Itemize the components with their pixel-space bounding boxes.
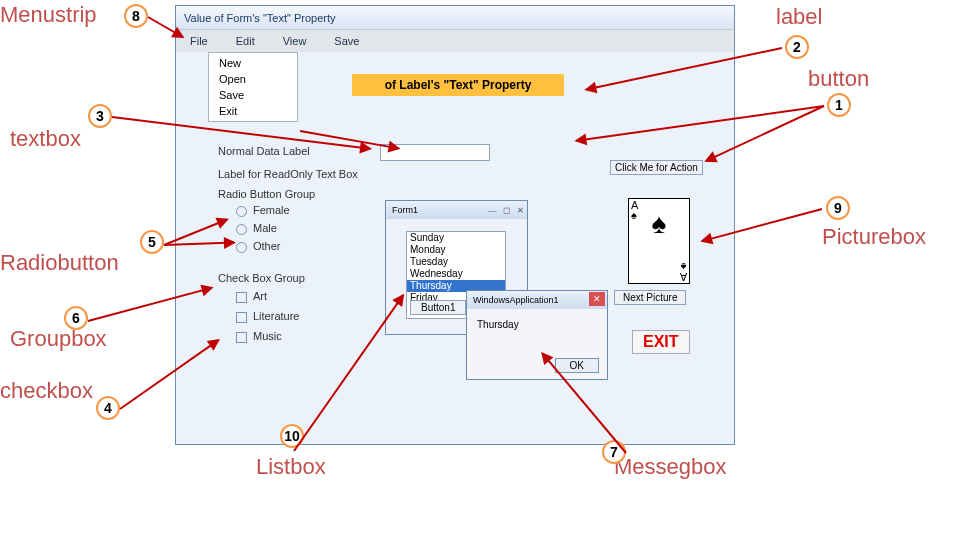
check-lit[interactable]: Literature	[236, 310, 299, 323]
messagebox-title: WindowsApplication1✕	[467, 291, 607, 309]
list-item[interactable]: Sunday	[407, 232, 505, 244]
callout-5: 5	[140, 230, 164, 254]
callout-7: 7	[602, 440, 626, 464]
ann-groupbox: Groupbox	[10, 326, 107, 352]
callout-10: 10	[280, 424, 304, 448]
ann-listbox: Listbox	[256, 454, 326, 480]
messagebox-body: Thursday	[467, 309, 607, 340]
window-title: Value of Form's "Text" Property	[176, 6, 734, 30]
check-music[interactable]: Music	[236, 330, 282, 343]
check-art[interactable]: Art	[236, 290, 267, 303]
ok-button[interactable]: OK	[555, 358, 599, 373]
next-picture-button[interactable]: Next Picture	[614, 290, 686, 305]
window-controls-icon[interactable]: — ▢ ✕	[489, 202, 526, 220]
file-dropdown[interactable]: New Open Save Exit	[208, 52, 298, 122]
callout-1: 1	[827, 93, 851, 117]
ann-radiobutton: Radiobutton	[0, 250, 119, 276]
data-label: Normal Data Label	[218, 145, 310, 157]
check-group-title: Check Box Group	[218, 272, 305, 284]
menu-item-open[interactable]: Open	[209, 71, 297, 87]
radio-male[interactable]: Male	[236, 222, 277, 235]
ann-checkbox: checkbox	[0, 378, 93, 404]
callout-9: 9	[826, 196, 850, 220]
menu-edit[interactable]: Edit	[222, 35, 269, 47]
menustrip[interactable]: File Edit View Save	[176, 30, 734, 52]
ann-menustrip: Menustrip	[0, 2, 97, 28]
exit-button[interactable]: EXIT	[632, 330, 690, 354]
menu-item-save[interactable]: Save	[209, 87, 297, 103]
ann-label: label	[776, 4, 822, 30]
menu-view[interactable]: View	[269, 35, 321, 47]
list-item[interactable]: Tuesday	[407, 256, 505, 268]
readonly-label: Label for ReadOnly Text Box	[218, 168, 358, 180]
callout-2: 2	[785, 35, 809, 59]
callout-3: 3	[88, 104, 112, 128]
listbox-window-title: Form1— ▢ ✕	[386, 201, 527, 219]
radio-other[interactable]: Other	[236, 240, 281, 253]
menu-item-exit[interactable]: Exit	[209, 103, 297, 119]
callout-4: 4	[96, 396, 120, 420]
callout-8: 8	[124, 4, 148, 28]
highlight-label: of Label's "Text" Property	[352, 74, 564, 96]
ann-button: button	[808, 66, 869, 92]
button1[interactable]: Button1	[410, 300, 466, 315]
menu-save[interactable]: Save	[320, 35, 373, 47]
close-icon[interactable]: ✕	[589, 292, 605, 306]
ann-messagebox: Messegbox	[614, 454, 727, 480]
callout-6: 6	[64, 306, 88, 330]
radio-female[interactable]: Female	[236, 204, 290, 217]
menu-item-new[interactable]: New	[209, 55, 297, 71]
list-item[interactable]: Monday	[407, 244, 505, 256]
picturebox: A♠ ♠ A♠	[628, 198, 690, 284]
ann-picturebox: Picturebox	[822, 224, 926, 250]
list-item[interactable]: Wednesday	[407, 268, 505, 280]
ann-textbox: textbox	[10, 126, 81, 152]
messagebox: WindowsApplication1✕ Thursday OK	[466, 290, 608, 380]
action-button[interactable]: Click Me for Action	[610, 160, 703, 175]
radio-group-title: Radio Button Group	[218, 188, 315, 200]
